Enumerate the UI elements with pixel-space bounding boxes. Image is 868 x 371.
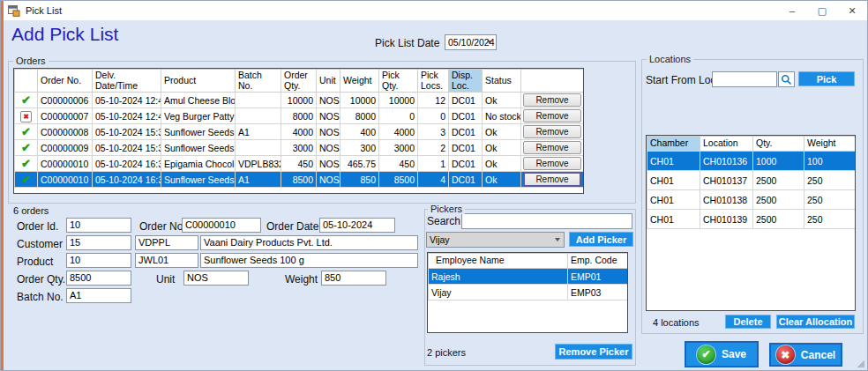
customer-code-field[interactable]: VDPPL [135,235,198,250]
order-cell-product: Epigamia Chocolate ... [161,156,236,172]
chevron-down-icon [487,41,492,44]
location-cell-qty: 2500 [753,210,804,229]
order-id-field[interactable]: 10 [66,218,131,233]
orders-col-delv[interactable]: Delv. Date/Time [93,70,161,93]
add-picker-button[interactable]: Add Picker [569,232,633,247]
location-cell-chamber: CH01 [647,171,700,190]
orders-col-product[interactable]: Product [161,70,236,93]
orders-col-disp-loc[interactable]: Disp. Loc. [449,70,483,93]
location-row[interactable]: CH01CH0101361000100 [647,152,856,171]
product-id-field[interactable]: 10 [66,253,131,268]
save-button-label: Save [722,348,746,360]
orders-count: 6 orders [13,205,49,216]
remove-order-button[interactable]: Remove [523,157,581,170]
locations-col-chamber[interactable]: Chamber [647,137,700,152]
maximize-icon[interactable]: ▢ [807,1,837,20]
unit-field[interactable]: NOS [183,271,249,286]
locations-col-location[interactable]: Location [700,137,753,152]
cancel-button[interactable]: ✖ Cancel [769,343,842,367]
order-row[interactable]: ✔C0000000905-10-2024 15:33Sunflower Seed… [15,140,584,156]
orders-col-unit[interactable]: Unit [317,70,340,93]
order-cell-batch [236,140,281,156]
order-row-status-cell: ✖ [15,108,38,124]
product-name-field[interactable]: Sunflower Seeds 100 g [200,253,418,268]
remove-picker-button[interactable]: Remove Picker [555,344,632,360]
order-cell-pick_locs: 12 [418,93,449,108]
pick-list-window: Pick List – ▢ ✕ Add Pick List Pick List … [0,0,868,371]
order-qty-field[interactable]: 8500 [66,271,131,286]
order-row[interactable]: ✖C0000000705-10-2024 12:47Veg Burger Pat… [15,108,584,124]
minimize-icon[interactable]: – [777,1,807,20]
orders-col-weight[interactable]: Weight [340,70,379,93]
order-cell-product: Amul Cheese Block 1... [161,93,236,108]
orders-col-order-qty[interactable]: Order Qty. [281,70,317,93]
location-cell-location: CH010137 [700,171,753,190]
location-row[interactable]: CH01CH0101392500250 [647,210,856,229]
picker-cell-code: EMP01 [568,269,628,285]
order-remove-cell: Remove [521,93,584,108]
customer-name-field[interactable]: Vaani Dairy Products Pvt. Ltd. [200,235,418,250]
locations-col-weight[interactable]: Weight [804,137,856,152]
picker-row[interactable]: VijayEMP03 [429,285,628,301]
pickers-col-name[interactable]: Employee Name [429,254,568,269]
order-row[interactable]: ✔C0000000805-10-2024 15:32Sunflower Seed… [15,124,584,140]
order-cell-unit: NOS [317,172,340,188]
picker-row[interactable]: RajeshEMP01 [429,269,628,285]
pick-list-date-select[interactable]: 05/10/2024 [445,34,497,50]
pickers-col-code[interactable]: Emp. Code [568,254,628,269]
order-remove-cell: Remove [521,140,584,156]
order-row-status-cell: ✔ [15,172,38,188]
save-button[interactable]: ✔ Save [685,341,759,367]
order-cell-order_qty: 3000 [281,140,317,156]
check-icon: ✔ [21,93,31,107]
product-code-field[interactable]: JWL01 [135,253,198,268]
orders-col-pick-locs[interactable]: Pick Locs. [418,70,449,93]
error-icon: ✖ [20,111,32,122]
order-cell-weight: 300 [340,140,379,156]
order-cell-delv: 05-10-2024 15:33 [93,140,161,156]
order-cell-delv: 05-10-2024 16:34 [93,156,161,172]
batch-no-field[interactable]: A1 [66,288,131,303]
location-row[interactable]: CH01CH0101382500250 [647,190,856,210]
location-cell-location: CH010139 [700,210,753,229]
clear-allocation-button[interactable]: Clear Allocation [776,315,855,329]
order-cell-pick_locs: 3 [418,124,449,140]
orders-col-status[interactable]: Status [483,70,521,93]
location-cell-weight: 250 [804,210,856,229]
remove-order-button[interactable]: Remove [523,109,581,122]
order-cell-batch [236,108,281,124]
order-cell-order_no: C00000010 [38,156,93,172]
orders-col-pick-qty[interactable]: Pick Qty. [379,70,418,93]
orders-table-body: ✔C0000000605-10-2024 12:46Amul Cheese Bl… [15,93,584,188]
locations-col-qty[interactable]: Qty. [753,137,804,152]
close-icon[interactable]: ✕ [837,1,867,20]
orders-col-order-no[interactable]: Order No. [38,70,93,93]
resize-grip[interactable] [857,360,864,367]
order-cell-status: Ok [483,93,521,108]
delete-button[interactable]: Delete [725,315,771,329]
picker-search-input[interactable] [461,213,632,229]
order-date-field[interactable]: 05-10-2024 [319,218,395,233]
location-search-button[interactable] [778,71,795,87]
pickers-table-body: RajeshEMP01VijayEMP03 [429,269,628,301]
pick-button[interactable]: Pick [798,71,855,86]
order-row[interactable]: ✔C0000001005-10-2024 16:34Epigamia Choco… [15,156,584,172]
order-row[interactable]: ✔C0000000605-10-2024 12:46Amul Cheese Bl… [15,93,584,108]
remove-order-button[interactable]: Remove [523,172,581,187]
remove-order-button[interactable]: Remove [523,93,581,107]
customer-id-field[interactable]: 15 [66,235,131,250]
start-from-loc-input[interactable] [712,71,777,87]
product-label: Product [17,256,53,268]
remove-order-button[interactable]: Remove [523,125,581,138]
orders-col-select[interactable] [15,70,38,93]
picker-select-value: Vijay [430,234,450,245]
order-cell-pick_qty: 4000 [379,124,418,140]
location-row[interactable]: CH01CH0101372500250 [647,171,856,190]
order-row[interactable]: ✔C0000001005-10-2024 16:34Sunflower Seed… [15,172,584,188]
remove-order-button[interactable]: Remove [523,141,581,154]
picker-select[interactable]: Vijay [426,232,565,248]
orders-col-batch[interactable]: Batch No. [236,70,281,93]
order-no-field[interactable]: C00000010 [182,218,261,233]
locations-count: 4 locations [653,317,700,328]
weight-field[interactable]: 850 [321,271,386,286]
